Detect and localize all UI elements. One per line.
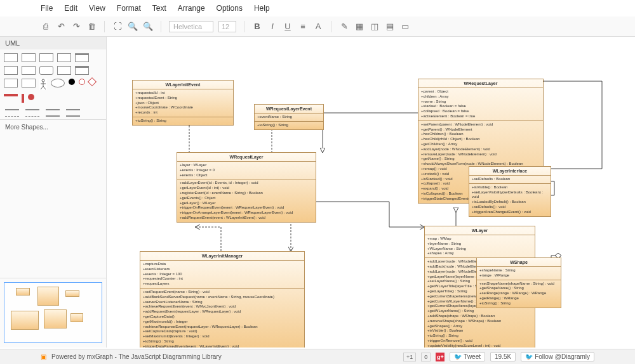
shadow-icon[interactable]: ◫ [370, 22, 380, 32]
uml-class-wlayerinterface[interactable]: WLayerInterface +selDefaults : Boolean +… [469, 166, 551, 217]
uml-ops: +setRequestEvent(name : String) : void +… [140, 289, 304, 348]
uml-title: WLayer [425, 226, 535, 235]
menu-edit[interactable]: Edit [64, 4, 77, 13]
shape-decision[interactable] [88, 77, 97, 86]
shape-component[interactable] [4, 66, 18, 75]
shape-class2[interactable] [22, 53, 36, 62]
uml-class-wshape[interactable]: WShape +shapeName : String +range : WRan… [476, 257, 561, 308]
font-size-input[interactable] [218, 21, 236, 32]
shape-start[interactable] [69, 79, 75, 85]
svg-point-0 [42, 79, 44, 82]
underline-icon[interactable]: U [283, 22, 293, 32]
fill-icon[interactable]: ▦ [354, 22, 364, 32]
print-icon[interactable]: ⎙ [41, 22, 51, 32]
plus1-button[interactable]: +1 [403, 353, 416, 361]
menu-format[interactable]: Format [117, 4, 141, 13]
uml-attrs: +map : WMap +layerName : String +WLayerN… [425, 235, 535, 258]
menu-view[interactable]: View [89, 4, 105, 13]
connector-2[interactable] [25, 109, 39, 110]
redo-icon[interactable]: ↷ [71, 22, 81, 32]
plus1-count: 0 [421, 353, 431, 361]
shape-folder[interactable] [75, 66, 89, 75]
footer: ▣ Powered by mxGraph - The JavaScript Di… [0, 349, 635, 364]
powered-by-text[interactable]: Powered by mxGraph - The JavaScript Diag… [51, 353, 222, 360]
shape-class3[interactable] [39, 53, 53, 62]
connector-4[interactable] [66, 109, 80, 110]
shape-dot[interactable] [28, 94, 34, 100]
uml-attrs: +layer : WLayer +events : Integer = 0 +e… [177, 162, 316, 179]
gplus-icon[interactable]: g+ [436, 353, 444, 361]
connector-5[interactable] [5, 116, 19, 117]
shape-note[interactable] [57, 53, 71, 62]
tweet-button[interactable]: 🐦Tweet [450, 352, 485, 361]
connector-6[interactable] [25, 116, 39, 117]
delete-icon[interactable]: 🗑 [86, 22, 97, 32]
connector-7[interactable] [46, 115, 60, 117]
uml-ops: +toString() : String [255, 122, 323, 129]
zoom-in-icon[interactable]: 🔍 [128, 22, 138, 32]
zoom-out-icon[interactable]: 🔍 [143, 22, 153, 32]
svg-line-4 [43, 86, 46, 89]
shape-component2[interactable] [22, 66, 36, 75]
uml-class-wrequestlayer[interactable]: WRequestLayer +layer : WLayer +events : … [177, 152, 316, 223]
align-icon[interactable]: ≡ [298, 22, 308, 32]
uml-ops: +toString() : String [133, 117, 233, 125]
svg-line-3 [41, 86, 43, 89]
connector-row [0, 107, 106, 113]
undo-icon[interactable]: ↶ [56, 22, 66, 32]
uml-ops: +addLayerEvent(id : Events, id : Integer… [177, 179, 316, 221]
menu-options[interactable]: Options [217, 4, 243, 13]
pencil-icon[interactable]: ✎ [339, 22, 349, 32]
shape-box[interactable] [4, 79, 18, 88]
uml-attrs: +selDefaults : Boolean [469, 176, 551, 184]
connector-1[interactable] [5, 109, 19, 110]
canvas[interactable]: WLayerInitEvent +requestedId : int +requ… [107, 37, 635, 348]
outline-view[interactable] [4, 282, 102, 343]
uml-attrs: +shapeName : String +range : WRange [477, 267, 561, 280]
italic-icon[interactable]: I [267, 22, 277, 32]
connector-8[interactable] [66, 115, 80, 117]
shape-class[interactable] [4, 53, 18, 62]
font-family-input[interactable] [169, 21, 213, 32]
uml-ops: +setShapeName(shapeName : String) : void… [477, 280, 561, 308]
fit-icon[interactable]: ⛶ [112, 22, 123, 32]
sidebar: UML [0, 37, 107, 348]
shape-box2[interactable] [22, 79, 36, 88]
shape-node[interactable] [57, 66, 71, 75]
menu-help[interactable]: Help [254, 4, 270, 13]
menu-text[interactable]: Text [152, 4, 166, 13]
uml-class-wlayerinitevent[interactable]: WLayerInitEvent +requestedId : int +requ… [132, 80, 234, 126]
shape-package[interactable] [75, 53, 89, 62]
uml-attrs: +requestedId : int +requestedEvent : Str… [133, 89, 233, 117]
shape-palette [0, 49, 106, 107]
bold-icon[interactable]: B [252, 22, 262, 32]
shape-usecase[interactable] [51, 79, 65, 88]
uml-title: WRequestLayerEvent [255, 105, 323, 114]
uml-class-wlayerinitmanager[interactable]: WLayerInitManager +captureData +eventLis… [140, 251, 305, 348]
rss-icon: ▣ [41, 353, 46, 360]
more-shapes-link[interactable]: More Shapes... [0, 119, 106, 134]
uml-attrs: +parent : Object +children : Array +name… [418, 88, 543, 121]
uml-title: WRequestLayer [418, 79, 543, 88]
shape-actor[interactable] [39, 79, 47, 90]
uml-class-wrequestlayerevent[interactable]: WRequestLayerEvent +eventName : String +… [254, 104, 324, 130]
connector-3[interactable] [46, 109, 60, 110]
shape-bar[interactable] [4, 94, 18, 96]
font-color-icon[interactable]: A [313, 22, 323, 32]
uml-attrs: +captureData +eventListeners +events : I… [140, 261, 304, 289]
uml-title: WLayerInitManager [140, 252, 304, 261]
follow-button[interactable]: 🐦Follow @Diagramly [521, 352, 594, 361]
uml-title: WLayerInterface [469, 167, 551, 176]
palette-title[interactable]: UML [0, 37, 106, 49]
shape-end[interactable] [79, 79, 85, 85]
menu-file[interactable]: File [41, 4, 53, 13]
shape-interface[interactable] [39, 66, 53, 75]
uml-title: WShape [477, 258, 561, 267]
menu-arrange[interactable]: Arrange [178, 4, 205, 13]
uml-attrs: +eventName : String [255, 114, 323, 122]
shape-bar2[interactable] [22, 94, 24, 103]
menu-bar: File Edit View Format Text Arrange Optio… [0, 0, 635, 16]
image-icon[interactable]: ▤ [385, 22, 395, 32]
link-icon[interactable]: ▭ [400, 22, 410, 32]
toolbar: ⎙ ↶ ↷ 🗑 ⛶ 🔍 🔍 B I U ≡ A ✎ ▦ ◫ ▤ ▭ [0, 16, 635, 37]
